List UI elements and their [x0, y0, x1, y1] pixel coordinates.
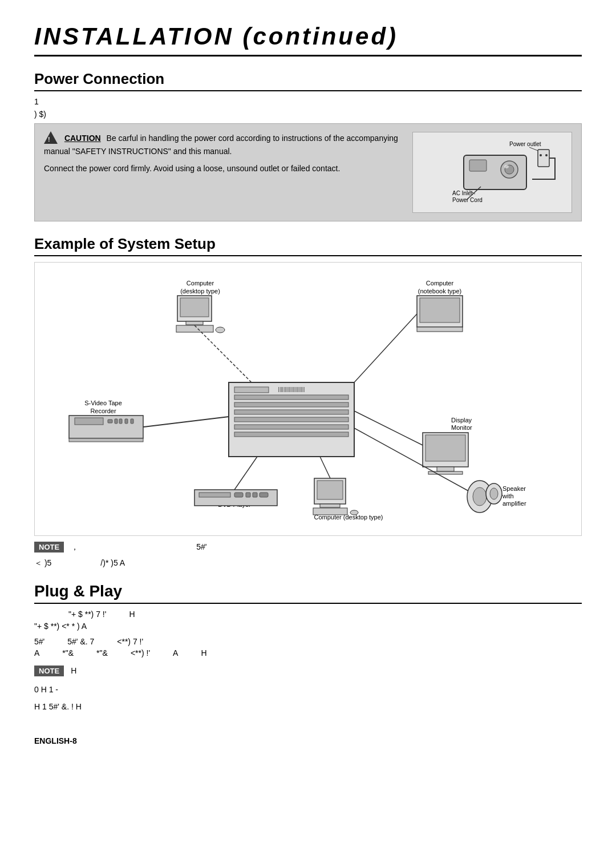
- svg-text:(notebook type): (notebook type): [418, 288, 461, 295]
- svg-rect-22: [420, 298, 460, 322]
- svg-text:with: with: [502, 493, 514, 499]
- svg-rect-46: [425, 435, 465, 461]
- plug-part2: *"&: [62, 648, 74, 658]
- svg-rect-36: [234, 395, 348, 400]
- svg-rect-29: [115, 419, 117, 424]
- plug-code2: 5#' &. 7: [67, 637, 94, 646]
- svg-rect-41: [234, 432, 348, 437]
- power-line1: 1: [34, 97, 582, 106]
- svg-rect-16: [186, 321, 203, 325]
- plug-line1-left: "+ $ **) 7 !': [68, 610, 106, 619]
- warning-icon: [44, 131, 58, 144]
- note-line2-right: /)* )5 A: [100, 558, 125, 567]
- svg-rect-40: [234, 425, 348, 429]
- svg-rect-37: [234, 402, 348, 407]
- plug-part5: A: [173, 648, 178, 658]
- plug-part1: A: [34, 648, 39, 658]
- power-line2: ) $): [34, 110, 582, 119]
- svg-text:Recorder: Recorder: [90, 408, 116, 414]
- svg-rect-5: [469, 160, 487, 171]
- power-connection-section: Power Connection 1 ) $) CAUTION Be carfu…: [34, 70, 582, 221]
- plug-code1: 5#': [34, 637, 44, 646]
- note-code1: 5#': [196, 542, 206, 551]
- svg-rect-15: [180, 298, 209, 317]
- note-line1: NOTE ， 5#': [34, 542, 582, 552]
- svg-rect-60: [246, 493, 250, 497]
- plug-note-badge: NOTE: [34, 666, 64, 676]
- svg-rect-58: [199, 493, 230, 497]
- svg-rect-65: [317, 481, 343, 499]
- svg-rect-67: [313, 508, 347, 515]
- plug-part6: H: [201, 648, 206, 658]
- caution-label: CAUTION: [64, 134, 101, 143]
- svg-point-3: [545, 154, 548, 156]
- note-line2-left: ＜ )5: [34, 558, 51, 568]
- svg-line-69: [143, 417, 229, 427]
- note-badge1: NOTE: [34, 542, 64, 552]
- plug-part4: <**) !': [131, 648, 150, 658]
- system-setup-section: Example of System Setup Computer (deskto…: [34, 235, 582, 568]
- svg-text:amplifier: amplifier: [502, 500, 526, 507]
- plug-line1-right: H: [129, 610, 135, 619]
- system-diagram: Computer (desktop type) Computer (notebo…: [34, 262, 582, 536]
- svg-point-18: [216, 327, 225, 333]
- svg-rect-23: [417, 327, 463, 332]
- plug-play-header: Plug & Play: [34, 582, 582, 604]
- plug-note-content: 0 H 1 - H 1 5#' &. ! H: [34, 683, 582, 714]
- power-diagram-svg: Power outlet AC Inlet Power Cord: [418, 138, 566, 207]
- plug-row3: 5#' 5#' &. 7 <**) 7 !': [34, 637, 582, 646]
- plug-line2: "+ $ **) <* * ) A: [34, 620, 582, 634]
- svg-text:Computer: Computer: [187, 280, 214, 287]
- svg-rect-62: [260, 493, 268, 497]
- power-diagram: Power outlet AC Inlet Power Cord: [412, 132, 572, 213]
- power-content-box: CAUTION Be carful in handling the power …: [34, 123, 582, 221]
- plug-row1: "+ $ **) 7 !' H: [34, 610, 582, 619]
- svg-rect-66: [320, 504, 340, 507]
- plug-note-line1: 0 H 1 -: [34, 683, 582, 697]
- plug-row4: A *"& *"& <**) !' A H: [34, 648, 582, 658]
- plug-note-line: NOTE H: [34, 666, 582, 676]
- plug-play-section: Plug & Play "+ $ **) 7 !' H "+ $ **) <* …: [34, 582, 582, 713]
- svg-rect-1: [538, 150, 549, 167]
- plug-note-h: H: [71, 666, 76, 675]
- page-footer: ENGLISH-8: [34, 736, 582, 745]
- plug-part3: *"&: [96, 648, 108, 658]
- svg-line-74: [234, 457, 257, 490]
- caution-text2: Connect the power cord firmly. Avoid usi…: [44, 163, 403, 175]
- svg-rect-61: [253, 493, 257, 497]
- svg-rect-47: [437, 467, 454, 471]
- caution-text-block: CAUTION Be carful in handling the power …: [44, 132, 403, 213]
- power-connection-header: Power Connection: [34, 70, 582, 91]
- svg-point-8: [504, 165, 509, 168]
- svg-point-53: [473, 487, 487, 506]
- svg-rect-30: [119, 419, 122, 424]
- svg-rect-57: [194, 490, 277, 506]
- svg-rect-38: [234, 410, 348, 414]
- svg-line-75: [320, 457, 330, 478]
- svg-text:Power Cord: Power Cord: [452, 197, 483, 203]
- svg-text:(desktop type): (desktop type): [180, 288, 220, 295]
- svg-text:Display: Display: [451, 417, 472, 424]
- plug-note-line2: H 1 5#' &. ! H: [34, 700, 582, 714]
- svg-point-2: [540, 154, 542, 156]
- system-diagram-svg: Computer (desktop type) Computer (notebo…: [40, 268, 577, 531]
- svg-line-72: [354, 411, 423, 445]
- svg-rect-35: [234, 387, 269, 393]
- svg-text:S-Video Tape: S-Video Tape: [84, 400, 122, 406]
- svg-line-70: [194, 325, 252, 382]
- svg-rect-39: [234, 417, 348, 422]
- svg-text:||||||||||||||||||||: ||||||||||||||||||||: [278, 386, 305, 392]
- svg-rect-31: [125, 419, 128, 424]
- svg-rect-33: [69, 438, 143, 442]
- svg-rect-17: [176, 325, 213, 332]
- svg-line-0: [529, 147, 538, 151]
- svg-rect-32: [131, 419, 133, 424]
- svg-rect-59: [234, 493, 243, 497]
- system-setup-header: Example of System Setup: [34, 235, 582, 256]
- svg-line-71: [354, 314, 417, 382]
- power-outlet-label: Power outlet: [509, 141, 541, 147]
- note-comma: ，: [71, 542, 79, 552]
- svg-rect-28: [108, 420, 112, 423]
- svg-text:Speaker: Speaker: [502, 485, 526, 492]
- page-title: INSTALLATION (continued): [34, 23, 582, 57]
